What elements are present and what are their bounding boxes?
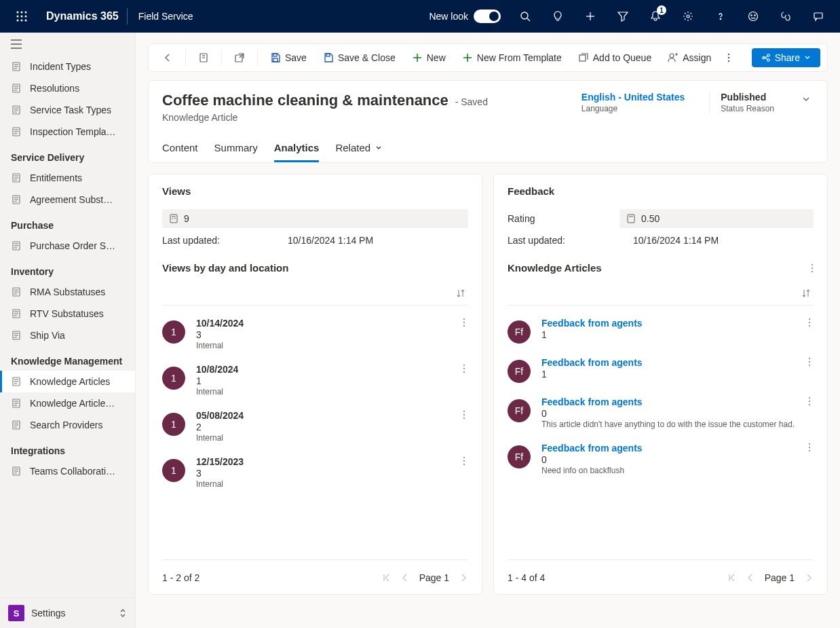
item-menu-button[interactable]: [805, 315, 814, 330]
smiley-icon[interactable]: [737, 0, 769, 33]
sidebar-item-entitlements[interactable]: Entitlements: [0, 167, 135, 189]
svg-point-110: [463, 418, 465, 419]
new-button[interactable]: New: [405, 48, 453, 67]
new-look-toggle[interactable]: New look: [421, 10, 509, 23]
subgrid-menu-button[interactable]: [811, 263, 814, 273]
item-menu-button[interactable]: [460, 315, 468, 330]
share-button[interactable]: Share: [752, 48, 820, 67]
assign-button[interactable]: Assign: [661, 48, 718, 67]
sitemap-sidebar: Incident TypesResolutionsService Task Ty…: [0, 33, 136, 628]
sidebar-item-rma-substatuses[interactable]: RMA Substatuses: [0, 281, 135, 303]
sidebar-item-service-task-types[interactable]: Service Task Types: [0, 99, 135, 121]
svg-point-92: [728, 54, 730, 56]
feedback-list-item[interactable]: Ff Feedback from agents 1: [508, 350, 814, 390]
notifications-icon[interactable]: 1: [639, 0, 672, 33]
svg-point-108: [463, 411, 465, 412]
sort-button[interactable]: [799, 286, 814, 301]
area-switcher[interactable]: S Settings: [0, 597, 135, 628]
item-avatar: Ff: [508, 320, 531, 344]
toggle-switch[interactable]: [474, 10, 501, 23]
views-count-field: 9: [162, 209, 468, 228]
sidebar-item-search-providers[interactable]: Search Providers: [0, 414, 135, 436]
first-page-button[interactable]: [727, 573, 736, 583]
feedback-pager: 1 - 4 of 4 Page 1: [508, 559, 814, 583]
app-name[interactable]: Field Service: [128, 11, 204, 22]
sidebar-item-knowledge-article-t[interactable]: Knowledge Article…: [0, 392, 135, 414]
first-page-button[interactable]: [381, 573, 391, 583]
item-title[interactable]: Feedback from agents: [541, 443, 814, 454]
app-launcher[interactable]: [5, 0, 38, 33]
item-title[interactable]: Feedback from agents: [541, 396, 814, 407]
views-list-item[interactable]: 1 12/15/2023 3 Internal: [162, 449, 468, 496]
sidebar-item-knowledge-articles[interactable]: Knowledge Articles: [0, 371, 135, 392]
sidebar-item-teams-collab[interactable]: Teams Collaborati…: [0, 460, 135, 482]
svg-point-106: [463, 368, 465, 369]
next-page-button[interactable]: [804, 573, 814, 583]
sidebar-item-rtv-substatuses[interactable]: RTV Substatuses: [0, 303, 135, 325]
feedback-list-item[interactable]: Ff Feedback from agents 0 Need info on b…: [508, 436, 814, 482]
item-source: Internal: [196, 387, 468, 396]
filter-icon[interactable]: [607, 0, 639, 33]
help-icon[interactable]: [704, 0, 737, 33]
save-button[interactable]: Save: [263, 48, 313, 67]
feedback-panel: Feedback Rating 0.50 Last updated: 10/16…: [493, 174, 828, 595]
svg-rect-114: [628, 215, 634, 223]
prev-page-button[interactable]: [746, 573, 755, 583]
status-reason-field[interactable]: Published Status Reason: [709, 92, 785, 113]
svg-point-129: [809, 447, 810, 448]
tab-summary[interactable]: Summary: [214, 135, 258, 162]
save-close-button[interactable]: Save & Close: [316, 48, 402, 67]
prev-page-button[interactable]: [400, 573, 410, 583]
sidebar-toggle[interactable]: [0, 33, 135, 56]
next-page-button[interactable]: [459, 573, 468, 583]
item-menu-button[interactable]: [460, 407, 468, 422]
copilot-icon[interactable]: [769, 0, 802, 33]
header-expand-button[interactable]: [799, 92, 814, 107]
item-title[interactable]: Feedback from agents: [541, 357, 814, 368]
brand-label[interactable]: Dynamics 365: [38, 10, 127, 22]
svg-point-112: [463, 460, 465, 462]
sidebar-item-incident-types[interactable]: Incident Types: [0, 56, 135, 77]
record-tabs: ContentSummaryAnalyticsRelated: [162, 135, 814, 162]
sort-button[interactable]: [453, 286, 468, 301]
tab-related[interactable]: Related: [335, 135, 383, 162]
back-button[interactable]: [155, 48, 180, 67]
item-menu-button[interactable]: [460, 361, 468, 376]
sidebar-item-agreement-subst[interactable]: Agreement Subst…: [0, 189, 135, 210]
sidebar-item-resolutions[interactable]: Resolutions: [0, 77, 135, 99]
views-list-item[interactable]: 1 05/08/2024 2 Internal: [162, 403, 468, 449]
views-title: Views: [162, 185, 468, 197]
settings-icon[interactable]: [672, 0, 704, 33]
search-icon[interactable]: [509, 0, 541, 33]
overflow-button[interactable]: [721, 48, 737, 67]
add-to-queue-button[interactable]: Add to Queue: [571, 48, 658, 67]
new-from-template-button[interactable]: New From Template: [455, 48, 569, 67]
item-menu-button[interactable]: [805, 354, 814, 369]
popout-button[interactable]: [227, 48, 252, 67]
views-list-item[interactable]: 1 10/8/2024 1 Internal: [162, 357, 468, 403]
views-list-item[interactable]: 1 10/14/2024 3 Internal: [162, 311, 468, 357]
open-record-set-button[interactable]: [191, 48, 216, 67]
feedback-list-item[interactable]: Ff Feedback from agents 0 This article d…: [508, 390, 814, 436]
svg-point-111: [463, 457, 465, 458]
sidebar-item-ship-via[interactable]: Ship Via: [0, 325, 135, 346]
add-icon[interactable]: [574, 0, 607, 33]
sidebar-item-purchase-order-s[interactable]: Purchase Order S…: [0, 235, 135, 257]
feedback-list-item[interactable]: Ff Feedback from agents 1: [508, 311, 814, 350]
sidebar-item-inspection-templates[interactable]: Inspection Templa…: [0, 121, 135, 143]
item-title[interactable]: Feedback from agents: [541, 318, 814, 329]
tab-content[interactable]: Content: [162, 135, 198, 162]
svg-point-91: [670, 54, 674, 58]
item-menu-button[interactable]: [805, 394, 814, 409]
item-menu-button[interactable]: [460, 454, 468, 468]
lightbulb-icon[interactable]: [541, 0, 574, 33]
feedback-title: Feedback: [508, 185, 814, 197]
item-score: 1: [541, 329, 814, 340]
tab-analytics[interactable]: Analytics: [274, 135, 320, 162]
item-menu-button[interactable]: [805, 440, 814, 455]
chat-icon[interactable]: [802, 0, 835, 33]
language-field[interactable]: English - United States Language: [571, 92, 695, 113]
item-source: Internal: [196, 479, 468, 489]
svg-point-130: [809, 450, 810, 451]
svg-point-4: [21, 16, 23, 18]
